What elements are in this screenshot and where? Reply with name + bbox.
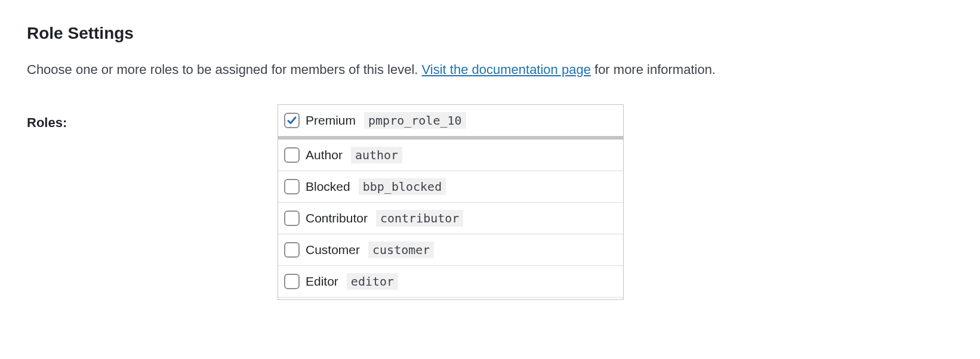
role-label: Contributor: [306, 211, 368, 225]
documentation-link[interactable]: Visit the documentation page: [422, 62, 591, 77]
role-slug: customer: [368, 242, 434, 258]
description-text-before: Choose one or more roles to be assigned …: [27, 62, 422, 77]
role-checkbox[interactable]: [284, 211, 300, 226]
role-checkbox[interactable]: [284, 179, 300, 194]
role-slug: contributor: [376, 210, 463, 227]
roles-listbox[interactable]: Premiumpmpro_role_10AuthorauthorBlockedb…: [278, 104, 624, 300]
role-checkbox[interactable]: [284, 147, 300, 163]
section-description: Choose one or more roles to be assigned …: [27, 61, 953, 79]
role-row[interactable]: Premiumpmpro_role_10: [278, 105, 623, 140]
role-label: Editor: [306, 274, 338, 289]
role-row[interactable]: Authorauthor: [278, 140, 623, 171]
role-checkbox[interactable]: [284, 274, 300, 289]
role-slug: bbp_blocked: [359, 178, 446, 195]
role-row[interactable]: Editoreditor: [278, 266, 623, 298]
role-row[interactable]: Blockedbbp_blocked: [278, 171, 623, 203]
role-slug: author: [351, 147, 402, 163]
role-slug: pmpro_role_10: [364, 112, 466, 129]
role-label: Blocked: [306, 180, 350, 194]
check-icon: [286, 114, 298, 126]
description-text-after: for more information.: [591, 62, 716, 77]
role-checkbox[interactable]: [284, 113, 300, 128]
section-title: Role Settings: [27, 24, 953, 43]
roles-form-row: Roles: Premiumpmpro_role_10AuthorauthorB…: [27, 104, 953, 300]
role-checkbox[interactable]: [284, 242, 300, 258]
role-slug: editor: [347, 273, 398, 290]
role-row[interactable]: Contributorcontributor: [278, 203, 623, 234]
role-label: Premium: [306, 113, 356, 128]
role-label: Customer: [306, 243, 360, 257]
roles-label: Roles:: [27, 104, 278, 131]
role-row[interactable]: Customercustomer: [278, 234, 623, 266]
role-label: Author: [306, 148, 343, 162]
